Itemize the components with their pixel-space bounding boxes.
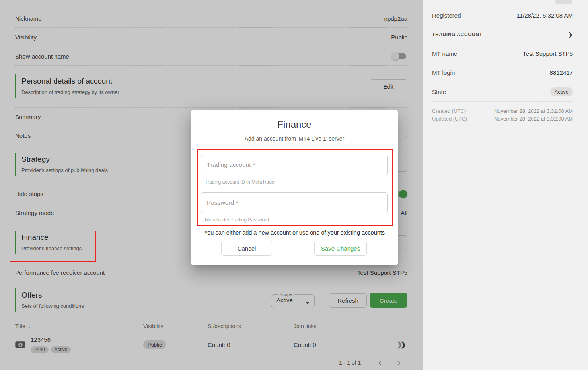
trading-account-input[interactable] — [201, 155, 388, 175]
mt-login-row: MT login 8812417 — [432, 63, 573, 82]
mt-name-label: MT name — [432, 50, 457, 57]
password-input[interactable] — [201, 192, 388, 213]
trading-account-section-header: TRADING ACCOUNT — [432, 32, 483, 37]
trading-account-helper: Trading account ID in MetaTrader — [205, 179, 276, 185]
created-value: November 28, 2022 at 3:32:08 AM — [494, 108, 573, 114]
existing-accounts-link[interactable]: one of your existing accounts — [310, 229, 385, 236]
mt-name-value: Test Support STP5 — [523, 50, 573, 57]
registered-value: 11/28/22, 5:32:08 AM — [517, 12, 573, 19]
registered-row: Registered 11/28/22, 5:32:08 AM — [432, 6, 573, 25]
updated-value: November 28, 2022 at 3:32:08 AM — [494, 116, 573, 122]
updated-label: Updated (UTC) — [432, 116, 467, 122]
state-badge: Active — [550, 87, 573, 96]
save-changes-button[interactable]: Save Changes — [314, 241, 367, 256]
trading-account-section-row[interactable]: TRADING ACCOUNT ❯ — [432, 25, 573, 44]
created-row: Created (UTC) November 28, 2022 at 3:32:… — [432, 107, 573, 115]
chevron-right-icon: ❯ — [568, 31, 573, 38]
finance-modal: Finance Add an account from 'MT4 Live 1'… — [191, 110, 398, 265]
timestamps-block: Created (UTC) November 28, 2022 at 3:32:… — [432, 102, 573, 123]
panel-top-button[interactable] — [555, 0, 572, 4]
mt-login-value: 8812417 — [550, 69, 573, 76]
updated-row: Updated (UTC) November 28, 2022 at 3:32:… — [432, 115, 573, 123]
trading-account-panel: Registered 11/28/22, 5:32:08 AM TRADING … — [423, 0, 588, 370]
created-label: Created (UTC) — [432, 108, 466, 114]
mt-login-label: MT login — [432, 69, 455, 76]
registered-label: Registered — [432, 12, 461, 19]
modal-title: Finance — [191, 119, 398, 130]
state-row: State Active — [432, 82, 573, 102]
cancel-button[interactable]: Cancel — [221, 241, 272, 256]
state-label: State — [432, 88, 446, 95]
password-helper: MetaTrader Trading Password — [205, 217, 269, 223]
mt-name-row: MT name Test Support STP5 — [432, 44, 573, 63]
modal-subtitle: Add an account from 'MT4 Live 1' server — [191, 135, 398, 142]
modal-note: You can either add a new account or use … — [191, 229, 398, 236]
